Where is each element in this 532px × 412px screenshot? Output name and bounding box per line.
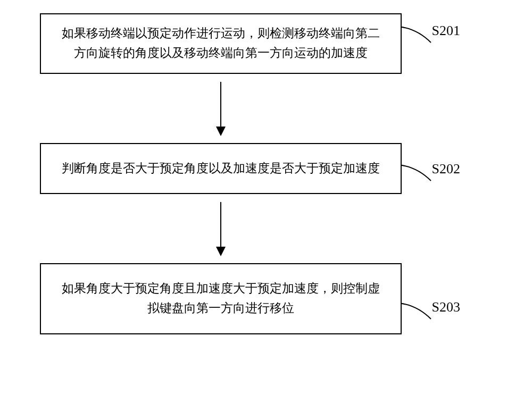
flowchart-container: S201 如果移动终端以预定动作进行运动，则检测移动终端向第二方向旋转的角度以及…	[40, 13, 492, 334]
step-text-s201: 如果移动终端以预定动作进行运动，则检测移动终端向第二方向旋转的角度以及移动终端向…	[62, 27, 380, 60]
step-box-s202: 判断角度是否大于预定角度以及加速度是否大于预定加速度	[40, 143, 402, 195]
arrow-s202-s203	[40, 194, 402, 263]
arrow-head	[216, 127, 226, 136]
arrow-line	[220, 202, 221, 255]
arrow-head	[216, 247, 226, 256]
step-box-s203: 如果角度大于预定角度且加速度大于预定加速度，则控制虚拟键盘向第一方向进行移位	[40, 263, 402, 334]
step-box-s201: 如果移动终端以预定动作进行运动，则检测移动终端向第二方向旋转的角度以及移动终端向…	[40, 13, 402, 74]
arrow-line	[220, 82, 221, 135]
step-label-s203: S203	[432, 299, 460, 315]
step-label-s202: S202	[432, 161, 460, 177]
step-text-s202: 判断角度是否大于预定角度以及加速度是否大于预定加速度	[62, 162, 380, 175]
arrow-s201-s202	[40, 74, 402, 143]
step-text-s203: 如果角度大于预定角度且加速度大于预定加速度，则控制虚拟键盘向第一方向进行移位	[62, 282, 380, 315]
step-label-s201: S201	[432, 23, 460, 39]
